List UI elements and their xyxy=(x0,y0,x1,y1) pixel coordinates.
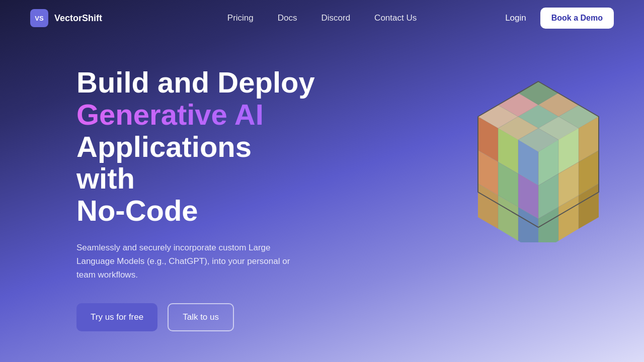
nav-link-docs[interactable]: Docs xyxy=(278,13,297,23)
hero-section: Build and Deploy Generative AI Applicati… xyxy=(0,36,644,362)
hero-buttons: Try us for free Talk to us xyxy=(76,303,318,331)
logo-text: VS xyxy=(35,15,43,22)
nav-link-contact[interactable]: Contact Us xyxy=(374,13,417,23)
nav-right: Login Book a Demo xyxy=(505,8,614,29)
hero-content: Build and Deploy Generative AI Applicati… xyxy=(76,66,318,362)
hero-title-line1: Build and Deploy xyxy=(76,66,315,99)
hero-description: Seamlessly and securely incorporate cust… xyxy=(76,241,298,282)
logo-badge: VS xyxy=(30,9,48,27)
nav-link-discord[interactable]: Discord xyxy=(321,13,350,23)
try-free-button[interactable]: Try us for free xyxy=(76,303,157,331)
nav-links: Pricing Docs Discord Contact Us xyxy=(227,13,417,23)
hero-title: Build and Deploy Generative AI Applicati… xyxy=(76,66,318,227)
navbar: VS VectorShift Pricing Docs Discord Cont… xyxy=(0,0,644,36)
book-demo-button[interactable]: Book a Demo xyxy=(540,8,614,29)
hero-title-line4: No-Code xyxy=(76,194,198,227)
brand-name: VectorShift xyxy=(54,13,102,24)
hero-title-line3: Applications with xyxy=(76,130,252,195)
nav-link-pricing[interactable]: Pricing xyxy=(227,13,254,23)
login-link[interactable]: Login xyxy=(505,13,526,23)
hero-title-highlight: Generative AI xyxy=(76,98,264,131)
hero-visual xyxy=(453,56,614,247)
nav-brand: VS VectorShift xyxy=(30,9,102,27)
rubiks-cube xyxy=(463,71,604,232)
talk-to-us-button[interactable]: Talk to us xyxy=(168,303,234,331)
